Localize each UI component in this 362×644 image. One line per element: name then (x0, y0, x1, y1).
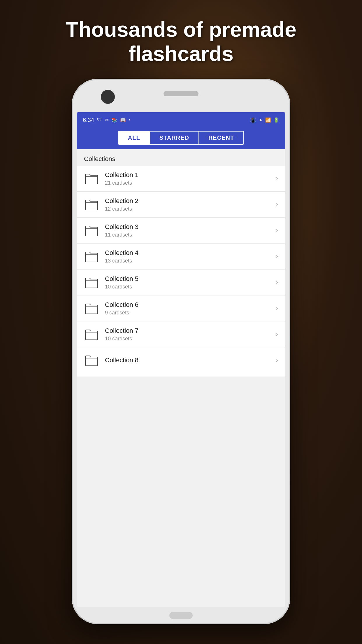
folder-icon (84, 327, 99, 342)
collection-name: Collection 1 (105, 171, 273, 179)
phone-home-button (169, 612, 193, 619)
list-item[interactable]: Collection 4 13 cardsets › (77, 244, 285, 270)
status-right: 📳 ▲ 📶 🔋 (250, 117, 279, 123)
tabs-container: ALL STARRED RECENT (118, 131, 244, 145)
folder-icon (84, 249, 99, 264)
tab-starred[interactable]: STARRED (150, 132, 199, 144)
chevron-right-icon: › (276, 279, 278, 286)
folder-icon (84, 301, 99, 316)
collection-info: Collection 8 (105, 356, 273, 365)
chevron-right-icon: › (276, 227, 278, 234)
collection-count: 10 cardsets (105, 336, 273, 342)
signal-icon: 📶 (265, 117, 271, 123)
folder-icon (84, 197, 99, 212)
tab-bar: ALL STARRED RECENT (77, 127, 285, 149)
page-title: Thousands of premade flashcards (0, 18, 362, 66)
collection-info: Collection 1 21 cardsets (105, 171, 273, 186)
collection-name: Collection 8 (105, 356, 273, 365)
collection-count: 10 cardsets (105, 284, 273, 290)
vibrate-icon: 📳 (250, 117, 256, 123)
message1-icon: ✉ (105, 117, 108, 123)
battery-icon: 🔋 (273, 117, 279, 123)
list-item[interactable]: Collection 5 10 cardsets › (77, 270, 285, 295)
collection-name: Collection 2 (105, 197, 273, 205)
list-item[interactable]: Collection 7 10 cardsets › (77, 321, 285, 347)
chevron-right-icon: › (276, 201, 278, 208)
collection-name: Collection 5 (105, 275, 273, 283)
collection-info: Collection 5 10 cardsets (105, 275, 273, 290)
list-item[interactable]: Collection 3 11 cardsets › (77, 218, 285, 244)
phone-shell: 6:34 🛡 ✉ 📚 📖 • 📳 ▲ 📶 🔋 ALL STARRED RECEN… (72, 79, 290, 624)
tab-recent[interactable]: RECENT (199, 132, 243, 144)
list-item[interactable]: Collection 1 21 cardsets › (77, 166, 285, 192)
status-left: 6:34 🛡 ✉ 📚 📖 • (83, 117, 131, 123)
wifi-icon: ▲ (258, 117, 263, 123)
dot-icon: • (129, 117, 131, 123)
collection-count: 9 cardsets (105, 310, 273, 316)
collection-count: 11 cardsets (105, 232, 273, 238)
status-bar: 6:34 🛡 ✉ 📚 📖 • 📳 ▲ 📶 🔋 (77, 112, 285, 127)
chevron-right-icon: › (276, 304, 278, 312)
chevron-right-icon: › (276, 253, 278, 260)
list-item[interactable]: Collection 6 9 cardsets › (77, 295, 285, 321)
folder-icon (84, 275, 99, 290)
status-time: 6:34 (83, 117, 94, 123)
content-area: Collections Collection 1 21 cardsets › (77, 149, 285, 377)
collection-info: Collection 4 13 cardsets (105, 249, 273, 264)
collection-count: 21 cardsets (105, 180, 273, 186)
list-item[interactable]: Collection 8 › (77, 347, 285, 377)
list-item[interactable]: Collection 2 12 cardsets › (77, 192, 285, 218)
phone-speaker (164, 91, 198, 96)
collection-info: Collection 6 9 cardsets (105, 301, 273, 316)
phone-volume-button (72, 181, 72, 201)
phone-screen: 6:34 🛡 ✉ 📚 📖 • 📳 ▲ 📶 🔋 ALL STARRED RECEN… (77, 112, 285, 607)
phone-camera (101, 90, 115, 104)
collection-count: 13 cardsets (105, 258, 273, 264)
collection-info: Collection 7 10 cardsets (105, 327, 273, 342)
collection-info: Collection 2 12 cardsets (105, 197, 273, 212)
collection-name: Collection 4 (105, 249, 273, 257)
folder-icon (84, 171, 99, 186)
phone-power-button (290, 166, 290, 195)
collection-name: Collection 6 (105, 301, 273, 309)
message3-icon: 📖 (120, 117, 126, 123)
collection-list: Collection 1 21 cardsets › Collection (77, 166, 285, 377)
folder-icon (84, 223, 99, 238)
collection-info: Collection 3 11 cardsets (105, 223, 273, 238)
notification-icon: 🛡 (97, 117, 102, 123)
collection-name: Collection 3 (105, 223, 273, 231)
chevron-right-icon: › (276, 330, 278, 338)
chevron-right-icon: › (276, 175, 278, 182)
message2-icon: 📚 (111, 117, 117, 123)
section-header: Collections (77, 149, 285, 166)
collection-name: Collection 7 (105, 327, 273, 335)
chevron-right-icon: › (276, 356, 278, 364)
tab-all[interactable]: ALL (119, 132, 150, 144)
collection-count: 12 cardsets (105, 206, 273, 212)
folder-icon (84, 353, 99, 368)
